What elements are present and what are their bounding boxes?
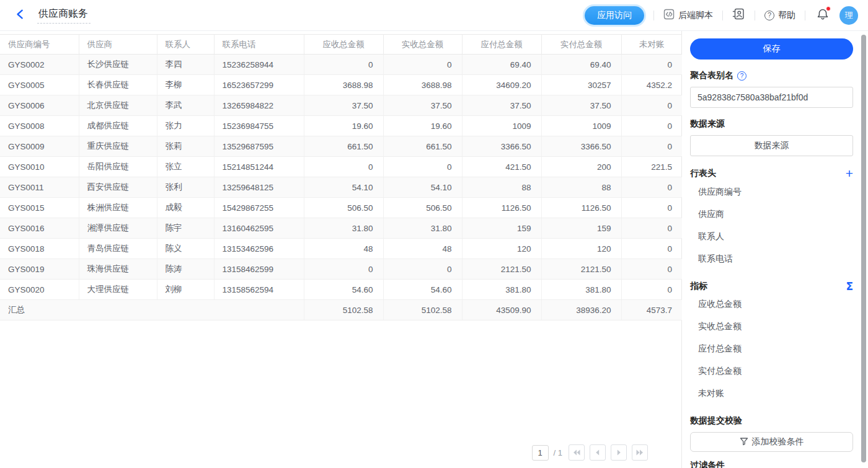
summary-cell: 43509.90 xyxy=(462,300,541,320)
cell: 青岛供应链 xyxy=(79,239,157,259)
save-button[interactable]: 保存 xyxy=(690,38,853,60)
notifications-button[interactable] xyxy=(816,7,830,24)
metric-item[interactable]: 未对账 xyxy=(690,382,853,405)
table-panel: 供应商编号供应商联系人联系电话应收总金额实收总金额应付总金额实付总金额未对账 G… xyxy=(0,31,682,468)
add-row-header-icon[interactable]: + xyxy=(846,167,853,180)
cell: 69.40 xyxy=(462,55,541,75)
backend-script-button[interactable]: 后端脚本 xyxy=(663,9,713,22)
cell: 0 xyxy=(621,55,682,75)
datasource-button[interactable]: 数据来源 xyxy=(690,135,853,156)
cell: 0 xyxy=(621,259,682,280)
summary-cell: 4573.7 xyxy=(621,300,682,320)
column-header: 应收总金额 xyxy=(304,35,383,55)
table-row: GYS0002长沙供应链李四152362589440069.4069.400 xyxy=(0,55,682,75)
next-page-button[interactable] xyxy=(611,444,627,461)
validation-label: 数据提交校验 xyxy=(690,415,853,426)
back-button[interactable] xyxy=(14,7,27,23)
cell: 421.50 xyxy=(462,157,541,177)
metric-item[interactable]: 应收总金额 xyxy=(690,293,853,316)
cell: 13158462599 xyxy=(214,259,304,280)
page-title[interactable]: 供应商账务 xyxy=(37,7,91,24)
contacts-button[interactable] xyxy=(732,7,745,23)
cell: 陈涛 xyxy=(157,259,214,280)
table-row: GYS0018青岛供应链陈义1315346259648481201200 xyxy=(0,239,682,259)
cell: 3688.98 xyxy=(304,75,383,95)
chevron-left-icon xyxy=(15,9,26,22)
cell: 159 xyxy=(462,218,541,239)
alias-input[interactable] xyxy=(690,87,853,108)
add-validation-button[interactable]: 添加校验条件 xyxy=(690,432,853,452)
summary-row: 汇总 5102.58 5102.58 43509.90 38936.20 457… xyxy=(0,300,682,320)
config-sidebar: 保存 聚合表别名 ? 数据来源 数据来源 行表头 + 供应商编号供应商联系人联系… xyxy=(682,31,868,468)
cell: 0 xyxy=(621,280,682,300)
cell: 湘潭供应链 xyxy=(79,218,157,239)
table-row: GYS0016湘潭供应链陈宇1316046259531.8031.8015915… xyxy=(0,218,682,239)
prev-page-button[interactable] xyxy=(590,444,606,461)
metric-item[interactable]: 应付总金额 xyxy=(690,338,853,360)
metric-item[interactable]: 实收总金额 xyxy=(690,316,853,338)
app-access-button[interactable]: 应用访问 xyxy=(585,6,644,25)
address-book-icon xyxy=(732,7,745,23)
cell: 刘柳 xyxy=(157,280,214,300)
cell: 54.10 xyxy=(304,177,383,198)
column-header: 供应商编号 xyxy=(0,35,79,55)
cell: 31.80 xyxy=(383,218,462,239)
cell: 0 xyxy=(304,157,383,177)
cell: 0 xyxy=(621,116,682,136)
metrics-section: 指标 Σ xyxy=(690,281,853,292)
cell: GYS0008 xyxy=(0,116,79,136)
notification-badge xyxy=(826,6,831,11)
cell: 0 xyxy=(383,55,462,75)
cell: 48 xyxy=(383,239,462,259)
cell: 381.80 xyxy=(541,280,621,300)
row-header-list: 供应商编号供应商联系人联系电话 xyxy=(690,181,853,270)
row-header-item[interactable]: 供应商 xyxy=(690,203,853,226)
cell: 4352.2 xyxy=(621,75,682,95)
cell: 2121.50 xyxy=(541,259,621,280)
filter-conditions-label: 过滤条件 xyxy=(690,460,853,468)
table-row: GYS0008成都供应链张力1523698475519.6019.6010091… xyxy=(0,116,682,136)
cell: 1009 xyxy=(462,116,541,136)
alias-help-icon[interactable]: ? xyxy=(737,71,746,81)
divider xyxy=(755,11,755,20)
cell: GYS0006 xyxy=(0,95,79,116)
cell: 159 xyxy=(541,218,621,239)
backend-script-label: 后端脚本 xyxy=(678,10,713,21)
sigma-icon[interactable]: Σ xyxy=(846,281,853,292)
chevron-right-icon xyxy=(614,448,623,457)
table-row: GYS0015株洲供应链成毅15429867255506.50506.50112… xyxy=(0,198,682,218)
cell: 1126.50 xyxy=(541,198,621,218)
cell: 54.10 xyxy=(383,177,462,198)
cell: GYS0016 xyxy=(0,218,79,239)
cell: 13259648125 xyxy=(214,177,304,198)
cell: 200 xyxy=(541,157,621,177)
suppliers-table: 供应商编号供应商联系人联系电话应收总金额实收总金额应付总金额实付总金额未对账 G… xyxy=(0,34,682,320)
sidebar-scrollbar[interactable] xyxy=(861,35,866,462)
cell: 珠海供应链 xyxy=(79,259,157,280)
row-header-item[interactable]: 联系电话 xyxy=(690,248,853,270)
row-header-item[interactable]: 供应商编号 xyxy=(690,181,853,203)
cell: 0 xyxy=(621,177,682,198)
cell: 37.50 xyxy=(462,95,541,116)
column-header: 实付总金额 xyxy=(541,35,621,55)
datasource-label: 数据来源 xyxy=(690,118,853,130)
summary-cell: 38936.20 xyxy=(541,300,621,320)
summary-cell: 5102.58 xyxy=(304,300,383,320)
topbar-actions: 应用访问 后端脚本 ? 帮助 理 xyxy=(585,6,858,25)
column-header: 供应商 xyxy=(79,35,157,55)
row-header-item[interactable]: 联系人 xyxy=(690,226,853,248)
avatar[interactable]: 理 xyxy=(839,6,858,25)
cell: 张立 xyxy=(157,157,214,177)
double-chevron-left-icon xyxy=(572,448,581,457)
cell: 3366.50 xyxy=(462,136,541,157)
cell: 成毅 xyxy=(157,198,214,218)
cell: 李柳 xyxy=(157,75,214,95)
help-button[interactable]: ? 帮助 xyxy=(764,10,795,21)
metric-item[interactable]: 实付总金额 xyxy=(690,360,853,382)
first-page-button[interactable] xyxy=(569,444,585,461)
cell: GYS0019 xyxy=(0,259,79,280)
last-page-button[interactable] xyxy=(632,444,648,461)
cell: 3688.98 xyxy=(383,75,462,95)
page-number-input[interactable] xyxy=(532,445,549,461)
cell: 大理供应链 xyxy=(79,280,157,300)
